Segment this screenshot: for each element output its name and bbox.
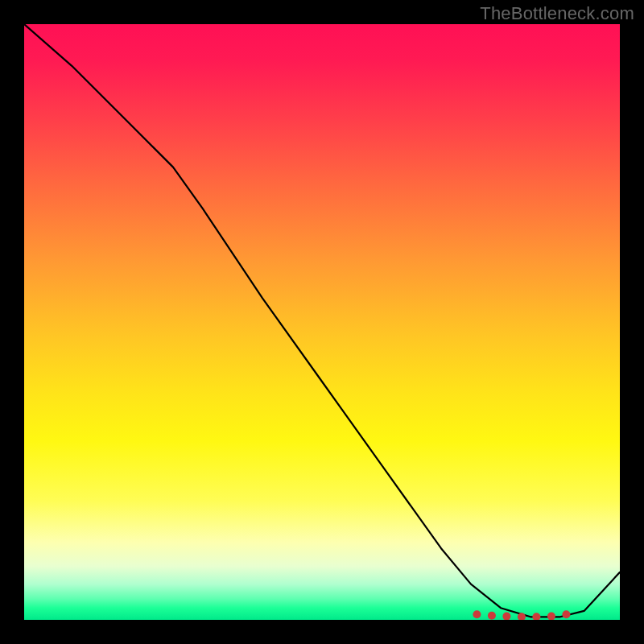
marker-point <box>502 613 510 620</box>
marker-point <box>473 610 481 618</box>
marker-group <box>473 610 570 620</box>
marker-point <box>562 610 570 618</box>
marker-point <box>488 612 496 620</box>
chart-frame: TheBottleneck.com <box>0 0 644 644</box>
marker-point <box>547 613 555 620</box>
watermark-text: TheBottleneck.com <box>480 3 634 24</box>
chart-svg <box>24 24 620 620</box>
plot-area <box>24 24 620 620</box>
marker-point <box>532 613 540 620</box>
curve-line <box>24 24 620 617</box>
